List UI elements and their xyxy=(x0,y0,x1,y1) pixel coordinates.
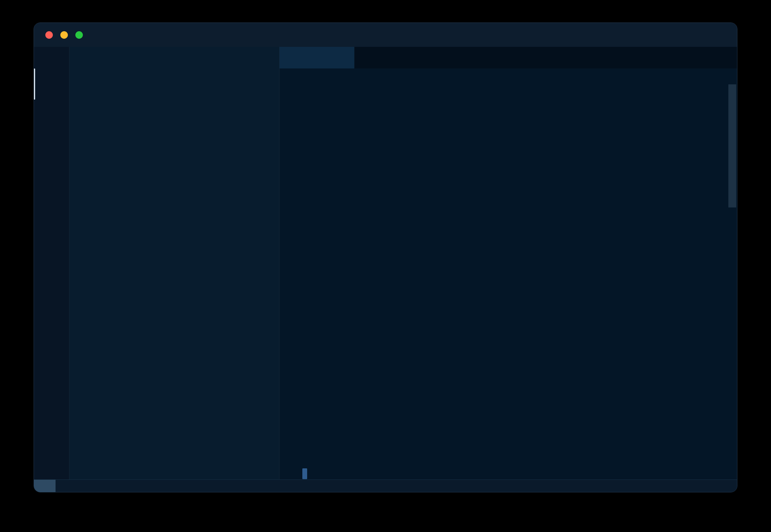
active-view-indicator xyxy=(34,68,35,100)
more-actions-icon[interactable] xyxy=(714,51,727,64)
tab-bar xyxy=(280,47,737,68)
editor-scrollbar[interactable] xyxy=(728,84,736,207)
code-editor[interactable] xyxy=(280,84,737,480)
editor-actions xyxy=(691,47,737,68)
status-bar-right xyxy=(727,480,737,492)
workspace-section-header[interactable] xyxy=(69,70,279,87)
status-bar-left xyxy=(34,480,95,492)
status-bar xyxy=(34,479,737,492)
breadcrumb xyxy=(280,68,737,84)
traffic-lights xyxy=(45,23,83,47)
error-icon xyxy=(67,481,76,491)
editor-group xyxy=(280,47,737,480)
titlebar xyxy=(34,23,737,47)
explorer-more-actions-icon[interactable] xyxy=(253,53,265,65)
close-window-button[interactable] xyxy=(45,31,53,39)
split-editor-icon[interactable] xyxy=(691,51,704,64)
remote-icon xyxy=(40,481,50,491)
tab-index-tsx[interactable] xyxy=(280,47,355,68)
bracket-match-decoration xyxy=(302,468,307,479)
react-icon xyxy=(287,53,297,63)
warning-icon xyxy=(82,481,92,491)
vscode-window xyxy=(34,23,737,492)
minimize-window-button[interactable] xyxy=(60,31,68,39)
activity-bar xyxy=(34,47,69,480)
chevron-down-icon[interactable] xyxy=(76,74,86,84)
zoom-window-button[interactable] xyxy=(75,31,83,39)
sidebar-explorer xyxy=(69,47,280,480)
remote-indicator[interactable] xyxy=(34,480,56,492)
problems-indicator[interactable] xyxy=(67,481,95,491)
